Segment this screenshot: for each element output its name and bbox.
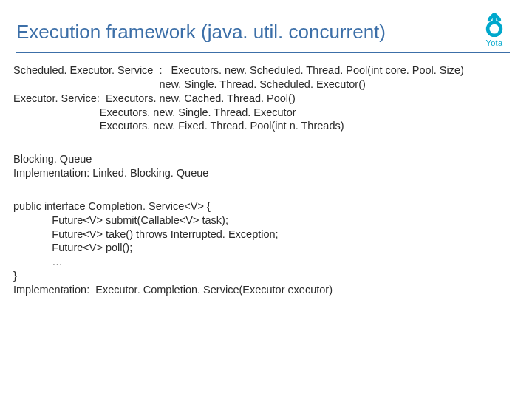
completion-service-block: public interface Completion. Service<V> … [13,200,519,297]
blocking-queue-block: Blocking. Queue Implementation: Linked. … [13,152,519,180]
slide-body: Scheduled. Executor. Service : Executors… [0,53,532,297]
title-divider [16,52,510,53]
header: Execution framework (java. util. concurr… [0,0,532,53]
page-title: Execution framework (java. util. concurr… [16,21,510,50]
slide: Yota Execution framework (java. util. co… [0,0,532,399]
executor-services-block: Scheduled. Executor. Service : Executors… [13,64,519,133]
